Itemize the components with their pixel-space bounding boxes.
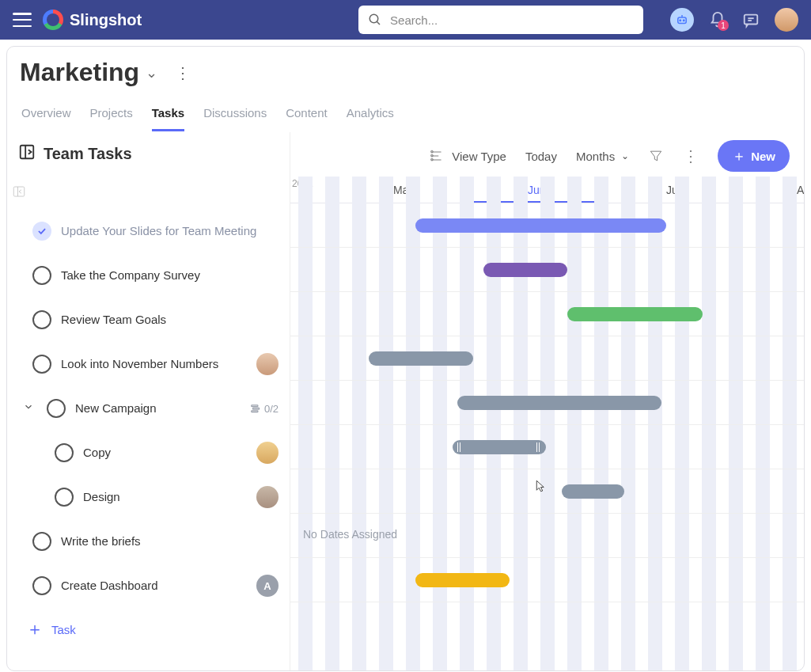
task-checkbox[interactable] bbox=[32, 266, 51, 285]
gantt-row[interactable]: No Dates Assigned bbox=[290, 514, 804, 558]
gantt-row[interactable] bbox=[290, 248, 804, 292]
gantt-bar[interactable] bbox=[567, 307, 703, 321]
filter-button[interactable] bbox=[648, 148, 664, 164]
task-name: Create Dashboard bbox=[61, 578, 247, 594]
svg-point-3 bbox=[680, 20, 681, 21]
gantt-bar[interactable] bbox=[483, 263, 567, 277]
brand-name: Slingshot bbox=[70, 11, 142, 29]
page-more-icon[interactable]: ⋮ bbox=[175, 63, 191, 82]
tab-analytics[interactable]: Analytics bbox=[347, 100, 394, 131]
toolbar-more-icon[interactable]: ⋮ bbox=[683, 146, 699, 165]
tab-tasks[interactable]: Tasks bbox=[152, 100, 184, 131]
chevron-down-icon: ⌄ bbox=[621, 150, 629, 161]
svg-rect-6 bbox=[745, 15, 758, 25]
task-row[interactable]: Create DashboardA bbox=[18, 564, 283, 608]
gantt-chart[interactable]: 2021 MayJuneAugustJuly No Dates Assigned bbox=[290, 177, 804, 670]
chevron-down-icon[interactable] bbox=[23, 401, 37, 416]
task-name: New Campaign bbox=[75, 401, 241, 416]
task-checkbox[interactable] bbox=[32, 222, 51, 241]
gantt-bar[interactable] bbox=[457, 396, 661, 410]
assignee-avatar[interactable] bbox=[256, 353, 279, 375]
svg-rect-18 bbox=[431, 158, 434, 161]
task-checkbox[interactable] bbox=[55, 488, 74, 507]
range-dropdown[interactable]: Months ⌄ bbox=[576, 150, 629, 163]
task-checkbox[interactable] bbox=[32, 576, 51, 595]
task-name: Take the Company Survey bbox=[61, 268, 279, 283]
task-row[interactable]: Look into November Numbers bbox=[18, 342, 283, 386]
new-button[interactable]: ＋ New bbox=[718, 140, 790, 172]
task-checkbox[interactable] bbox=[47, 399, 66, 418]
task-checkbox[interactable] bbox=[55, 443, 74, 462]
user-avatar[interactable] bbox=[775, 8, 798, 32]
svg-point-4 bbox=[684, 20, 685, 21]
view-type-label: View Type bbox=[452, 150, 506, 163]
no-dates-label: No Dates Assigned bbox=[303, 528, 397, 541]
task-row[interactable]: Review Team Goals bbox=[18, 298, 283, 342]
tab-discussions[interactable]: Discussions bbox=[203, 100, 267, 131]
gantt-row[interactable] bbox=[290, 425, 804, 469]
task-checkbox[interactable] bbox=[32, 310, 51, 329]
svg-point-0 bbox=[369, 14, 378, 23]
task-name: Copy bbox=[83, 445, 247, 461]
gantt-row[interactable] bbox=[290, 381, 804, 425]
svg-line-1 bbox=[377, 21, 380, 25]
task-name: Review Team Goals bbox=[61, 312, 279, 328]
notifications-icon[interactable]: 1 bbox=[708, 10, 727, 29]
task-checkbox[interactable] bbox=[32, 355, 51, 374]
task-row[interactable]: Write the briefs bbox=[18, 519, 283, 564]
search-input[interactable] bbox=[390, 13, 634, 27]
gantt-bar[interactable] bbox=[453, 440, 547, 454]
gantt-row[interactable] bbox=[290, 203, 804, 248]
tab-projects[interactable]: Projects bbox=[90, 100, 133, 131]
topbar: Slingshot 1 bbox=[0, 0, 811, 40]
tab-overview[interactable]: Overview bbox=[21, 100, 71, 131]
svg-rect-13 bbox=[252, 405, 258, 407]
collapse-pane-icon[interactable] bbox=[12, 184, 26, 202]
assignee-avatar[interactable]: A bbox=[256, 575, 279, 597]
task-row[interactable]: Take the Company Survey bbox=[18, 253, 283, 298]
plus-icon: ＋ bbox=[732, 146, 746, 165]
menu-icon[interactable] bbox=[13, 13, 32, 27]
workspace-dropdown[interactable]: Marketing ⌄ ⋮ bbox=[20, 58, 791, 87]
topbar-right: 1 bbox=[670, 8, 798, 32]
gantt-row[interactable] bbox=[290, 336, 804, 381]
search-bar[interactable] bbox=[358, 6, 643, 34]
task-row[interactable]: Design bbox=[50, 475, 283, 519]
gantt-bar[interactable] bbox=[562, 484, 624, 499]
add-task-label: Task bbox=[51, 623, 76, 636]
task-name: Write the briefs bbox=[61, 533, 279, 549]
task-row[interactable]: Update Your Slides for Team Meeting bbox=[18, 209, 283, 253]
task-row[interactable]: New Campaign0/2 bbox=[18, 386, 283, 431]
gantt-row[interactable] bbox=[290, 292, 804, 336]
today-button[interactable]: Today bbox=[525, 150, 557, 163]
gantt-bar[interactable] bbox=[415, 573, 510, 587]
view-type-button[interactable]: View Type bbox=[430, 148, 506, 164]
task-name: Update Your Slides for Team Meeting bbox=[61, 223, 279, 239]
notification-badge: 1 bbox=[718, 20, 729, 31]
svg-rect-15 bbox=[252, 411, 258, 412]
assignee-avatar[interactable] bbox=[256, 486, 279, 508]
logo-mark-icon bbox=[43, 9, 63, 30]
messages-icon[interactable] bbox=[741, 10, 760, 29]
chevron-down-icon: ⌄ bbox=[146, 64, 157, 82]
assistant-icon[interactable] bbox=[670, 8, 694, 32]
new-label: New bbox=[751, 150, 775, 163]
month-label: August bbox=[797, 184, 804, 196]
page-card: Marketing ⌄ ⋮ OverviewProjectsTasksDiscu… bbox=[6, 46, 805, 671]
task-row[interactable]: Copy bbox=[50, 431, 283, 475]
search-icon bbox=[368, 13, 382, 27]
page-title: Marketing bbox=[20, 58, 139, 87]
assignee-avatar[interactable] bbox=[256, 442, 279, 464]
add-task-button[interactable]: ＋ Task bbox=[18, 608, 283, 651]
plus-icon: ＋ bbox=[26, 617, 44, 641]
svg-rect-17 bbox=[431, 154, 434, 157]
gantt-row[interactable] bbox=[290, 558, 804, 602]
task-checkbox[interactable] bbox=[32, 532, 51, 551]
tab-content[interactable]: Content bbox=[286, 100, 328, 131]
task-name: Look into November Numbers bbox=[61, 356, 247, 372]
board-icon bbox=[18, 143, 36, 165]
gantt-bar[interactable] bbox=[369, 351, 473, 366]
gantt-row[interactable] bbox=[290, 469, 804, 514]
gantt-bar[interactable] bbox=[415, 218, 666, 233]
brand-logo[interactable]: Slingshot bbox=[43, 9, 142, 30]
